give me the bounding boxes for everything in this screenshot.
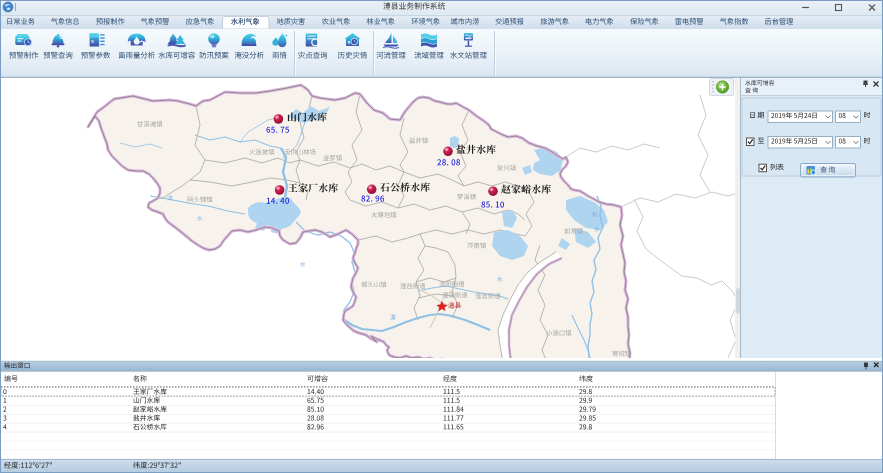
svg-text:s: s [91,38,94,44]
